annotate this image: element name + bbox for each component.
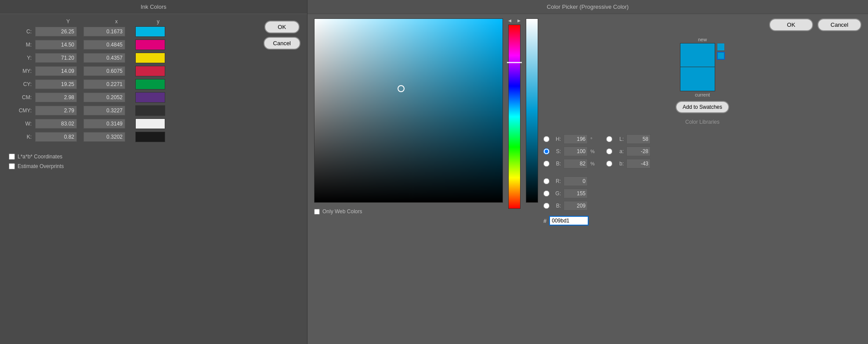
lightness-slider[interactable] (526, 18, 538, 203)
color-picker-title: Color Picker (Progressive Color) (307, 0, 868, 14)
radio-G[interactable] (543, 190, 550, 197)
hue-indicator (507, 62, 522, 63)
ink-input-w-x[interactable] (83, 119, 125, 129)
input-L[interactable] (626, 134, 651, 144)
radio-L[interactable] (606, 136, 612, 142)
ink-input-m-x[interactable] (83, 40, 125, 50)
unit-S: % (590, 149, 597, 154)
ink-label-cmy: CMY: (9, 108, 35, 114)
ink-swatch-y (135, 53, 165, 63)
ink-input-c-Y[interactable] (35, 27, 77, 36)
ink-input-cm-x[interactable] (83, 93, 125, 102)
current-color-swatch (680, 67, 715, 91)
label-G: G: (552, 190, 561, 197)
cp-cancel-button[interactable]: Cancel (817, 18, 861, 31)
ink-input-cm-Y[interactable] (35, 93, 77, 102)
ink-label-m: M: (9, 42, 35, 48)
field-row-b-lab: b: (606, 159, 660, 168)
ink-input-m-Y[interactable] (35, 40, 77, 50)
field-row-L: L: (606, 134, 660, 144)
field-row-H: H: ° (543, 134, 597, 144)
cp-ok-button[interactable]: OK (769, 18, 813, 31)
color-gradient-area[interactable] (314, 18, 503, 203)
lab-checkbox[interactable] (9, 154, 15, 160)
ink-input-my-Y[interactable] (35, 66, 77, 76)
ink-label-w: W: (9, 121, 35, 127)
input-a[interactable] (626, 147, 651, 156)
hex-row: # (543, 216, 861, 226)
table-row: CY: (9, 79, 248, 90)
col-label-empty (18, 18, 44, 25)
gradient-canvas[interactable] (314, 18, 503, 203)
ink-input-my-x[interactable] (83, 66, 125, 76)
input-H[interactable] (564, 134, 588, 144)
ink-swatch-m (135, 39, 165, 50)
label-L: L: (615, 136, 624, 142)
ink-input-cy-x[interactable] (83, 79, 125, 89)
table-row: K: (9, 132, 248, 142)
radio-R[interactable] (543, 178, 550, 184)
input-R[interactable] (564, 176, 588, 186)
ink-swatch-my (135, 66, 165, 76)
field-row-B: B: % (543, 159, 597, 168)
table-row: C: (9, 26, 248, 37)
field-row-S: S: % (543, 147, 597, 156)
radio-a[interactable] (606, 148, 612, 154)
radio-H[interactable] (543, 136, 550, 142)
ink-label-y: Y: (9, 55, 35, 61)
add-to-swatches-button[interactable]: Add to Swatches (676, 101, 729, 113)
ink-swatch-w (135, 118, 165, 129)
ink-input-w-Y[interactable] (35, 119, 77, 129)
label-b-lab: b: (615, 161, 624, 167)
field-row-B-rgb: B: (543, 201, 597, 211)
col-y-header: y (141, 18, 176, 25)
ink-swatch-cm (135, 92, 165, 103)
estimate-checkbox[interactable] (9, 163, 15, 169)
estimate-checkbox-row: Estimate Overprints (9, 163, 248, 169)
table-row: CMY: (9, 105, 248, 116)
radio-S[interactable] (543, 148, 550, 154)
lab-checkbox-row: L*a*b* Coordinates (9, 154, 248, 160)
input-S[interactable] (564, 147, 588, 156)
hue-slider[interactable] (508, 25, 521, 209)
ink-colors-title: Ink Colors (0, 0, 307, 14)
only-web-colors-checkbox[interactable] (314, 209, 320, 215)
color-libraries-button[interactable]: Color Libraries (679, 117, 726, 127)
ink-swatch-cy (135, 79, 165, 90)
input-G[interactable] (564, 189, 588, 198)
ink-cancel-button[interactable]: Cancel (264, 37, 300, 50)
ink-input-k-Y[interactable] (35, 132, 77, 142)
field-row-G: G: (543, 189, 597, 198)
ink-input-cmy-x[interactable] (83, 106, 125, 115)
table-row: Y: (9, 53, 248, 63)
col-Y-header: Y (44, 18, 92, 25)
ink-input-y-x[interactable] (83, 53, 125, 63)
input-B[interactable] (564, 159, 588, 168)
radio-b-lab[interactable] (606, 161, 612, 167)
ink-input-c-x[interactable] (83, 27, 125, 36)
table-row: W: (9, 118, 248, 129)
small-swatch-new (717, 43, 725, 51)
ink-input-y-Y[interactable] (35, 53, 77, 63)
input-b-lab[interactable] (626, 159, 651, 168)
hex-symbol: # (543, 218, 546, 224)
ink-swatch-c (135, 26, 165, 37)
ink-input-cy-Y[interactable] (35, 79, 77, 89)
input-B-rgb[interactable] (564, 201, 588, 211)
table-row: M: (9, 39, 248, 50)
radio-B-rgb[interactable] (543, 203, 550, 209)
ink-input-cmy-Y[interactable] (35, 106, 77, 115)
unit-H: ° (590, 136, 597, 142)
ink-label-my: MY: (9, 68, 35, 74)
color-picker-panel: Color Picker (Progressive Color) Only We… (307, 0, 868, 344)
label-H: H: (552, 136, 561, 142)
label-B: B: (552, 161, 561, 167)
ink-colors-panel: Ink Colors Y x y C: M: (0, 0, 307, 344)
ink-ok-button[interactable]: OK (264, 21, 300, 33)
label-B-rgb: B: (552, 203, 561, 209)
ink-input-k-x[interactable] (83, 132, 125, 142)
radio-B[interactable] (543, 161, 550, 167)
ink-label-c: C: (9, 29, 35, 35)
hex-input[interactable] (549, 216, 589, 226)
table-row: CM: (9, 92, 248, 103)
